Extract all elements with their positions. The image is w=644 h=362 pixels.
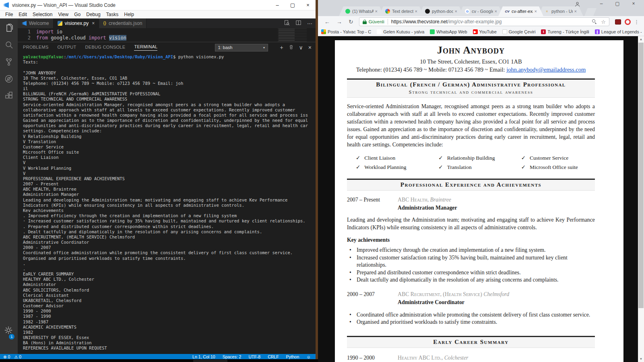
bookmark-twitch[interactable]: ∥League of Legends -: [595, 29, 642, 34]
opera-extension-icon[interactable]: [625, 19, 631, 25]
back-icon[interactable]: ←: [324, 19, 330, 25]
eol-sequence[interactable]: CRLF: [268, 354, 279, 359]
activity-bar: 1: [0, 19, 18, 354]
cv-section-early-career: Early Career Summary: [347, 336, 595, 348]
new-terminal-icon[interactable]: +: [280, 44, 283, 51]
open-preview-icon[interactable]: [284, 20, 290, 27]
panel-tab-output[interactable]: OUTPUT: [58, 45, 76, 51]
minimize-button[interactable]: –: [270, 0, 285, 10]
scroll-down-icon[interactable]: ▼: [638, 356, 644, 362]
language-mode[interactable]: Python: [286, 354, 299, 359]
terminal-line: .: [23, 261, 316, 266]
zoom-icon[interactable]: [592, 19, 597, 24]
terminal-line: BiLiNGUAL (FreNCH /GermaN) AdMINISTRATIV…: [23, 91, 316, 97]
cv-email-link[interactable]: john.anybody@emailaddress.com: [506, 66, 586, 73]
chrome-menu-icon[interactable]: ⋮: [634, 19, 639, 25]
terminal-shell-select[interactable]: 1: bash ▼: [215, 44, 268, 51]
terminal-line: BA (Hons) in Administration: [23, 340, 316, 346]
extensions-icon[interactable]: [4, 91, 14, 101]
extension-icon[interactable]: [615, 19, 621, 25]
warnings-indicator[interactable]: ⚠0: [14, 354, 21, 359]
menu-go[interactable]: Go: [71, 12, 83, 17]
bullet-icon: •: [349, 311, 357, 319]
tab-close-icon[interactable]: ×: [92, 21, 95, 26]
scroll-up-icon[interactable]: ▲: [638, 36, 644, 42]
menu-tasks[interactable]: Tasks: [103, 12, 122, 17]
youtube-icon: ▶: [473, 29, 478, 34]
tab-visionex-py[interactable]: visionex.py ×: [54, 19, 99, 28]
new-tab-button[interactable]: [584, 8, 597, 16]
tab-credentials-json[interactable]: {} credentials.json: [99, 19, 147, 28]
bookmark-posta[interactable]: Posta - Yalvac Top - C: [321, 29, 371, 34]
tab-welcome[interactable]: Welcome: [18, 19, 54, 28]
cursor-position[interactable]: Ln 1, Col 10: [192, 354, 215, 359]
panel-tab-debug-console[interactable]: DEBUG CONSOLE: [85, 45, 126, 51]
chrome-toolbar: ← → ↻ Güvenli https://www.thecvstore.net…: [318, 16, 644, 27]
bookmark-whatsapp[interactable]: WhatsApp Web: [430, 29, 467, 34]
search-icon[interactable]: [4, 40, 14, 50]
bookmark-gmail[interactable]: MGelen Kutusu - yalva: [377, 29, 424, 34]
debug-icon[interactable]: [4, 74, 14, 84]
menu-selection[interactable]: Selection: [30, 12, 55, 17]
cvstore-icon: CV: [505, 9, 510, 14]
code-line-2: from google.cloud import vision: [36, 35, 126, 41]
code-content[interactable]: import io from google.cloud import visio…: [36, 28, 126, 42]
code-editor[interactable]: 1 2 import io from google.cloud import v…: [18, 28, 316, 42]
panel-close-icon[interactable]: ×: [308, 44, 312, 51]
close-button[interactable]: ×: [625, 0, 642, 7]
tab-python-question[interactable]: ≡ python - Un ×: [538, 6, 583, 16]
menu-help[interactable]: Help: [121, 12, 137, 17]
panel-maximize-icon[interactable]: ∨: [299, 44, 303, 51]
tab-github[interactable]: python-doc ×: [419, 6, 464, 16]
scrollbar-thumb[interactable]: [638, 43, 644, 308]
tab-cv-after-example[interactable]: CV cv-after-exa ×: [498, 6, 543, 16]
address-bar[interactable]: Güvenli https://www.thecvstore.net/img/c…: [359, 17, 609, 26]
scrollbar[interactable]: ▲ ▼: [638, 36, 644, 362]
tab-close-icon[interactable]: ×: [455, 9, 457, 14]
tab-close-icon[interactable]: ×: [535, 9, 537, 14]
bookmark-tureng[interactable]: tTureng - Türkçe İngili: [541, 29, 589, 34]
menu-view[interactable]: View: [55, 12, 71, 17]
tab-google-search[interactable]: G cv - Google ×: [458, 6, 504, 16]
bookmark-star-icon[interactable]: ☆: [601, 19, 606, 25]
bookmark-translate[interactable]: AGoogle Çeviri: [502, 29, 536, 34]
more-actions-icon[interactable]: ⋯: [307, 21, 312, 27]
tab-whatsapp[interactable]: (1) WhatsAp ×: [339, 6, 384, 16]
url-text[interactable]: https://www.thecvstore.net/img/cv-after-…: [391, 19, 590, 25]
menu-edit[interactable]: Edit: [16, 12, 30, 17]
kill-terminal-icon[interactable]: [289, 44, 294, 51]
chrome-frame[interactable]: – ▢ × (1) WhatsAp × Text detecti × pytho…: [318, 0, 644, 16]
reload-icon[interactable]: ↻: [349, 19, 353, 25]
maximize-button[interactable]: ▢: [285, 0, 300, 10]
menu-file[interactable]: File: [2, 12, 16, 17]
tab-close-icon[interactable]: ×: [574, 9, 577, 14]
menu-debug[interactable]: Debug: [83, 12, 103, 17]
secure-label[interactable]: Güvenli: [369, 19, 384, 24]
terminal-line: V Relationship Building: [23, 134, 316, 139]
explorer-icon[interactable]: [4, 23, 14, 33]
terminal-line: . Improved efficiency through the creati…: [23, 213, 316, 218]
panel-tab-problems[interactable]: PROBLEMS: [23, 45, 49, 51]
tab-text-detection[interactable]: Text detecti ×: [379, 6, 424, 16]
errors-indicator[interactable]: ⊗0: [3, 354, 10, 359]
vscode-titlebar[interactable]: visionex.py — Vision_API — Visual Studio…: [0, 0, 316, 10]
terminal-line: settings. Competencies include:: [23, 128, 316, 134]
feedback-smiley-icon[interactable]: ☺: [306, 354, 311, 359]
tab-close-icon[interactable]: ×: [415, 9, 417, 14]
minimap[interactable]: [278, 28, 307, 42]
encoding[interactable]: UTF-8: [248, 354, 260, 359]
terminal[interactable]: yalvactop@Yalvac:/mnt/c/Users/yalva/Desk…: [18, 53, 316, 354]
tab-close-icon[interactable]: ×: [375, 9, 378, 14]
panel-tab-terminal[interactable]: TERMINAL: [134, 44, 157, 51]
bookmark-youtube[interactable]: ▶YouTube: [473, 29, 497, 34]
source-control-icon[interactable]: [4, 57, 14, 67]
terminal-line: Client Liaison: [23, 155, 316, 160]
forward-icon[interactable]: →: [336, 19, 342, 25]
maximize-button[interactable]: ▢: [609, 0, 625, 7]
indentation[interactable]: Spaces: 2: [223, 354, 242, 359]
terminal-line: PROFESSIONAL EXPERIENCE AND ACHIEVEMENTS: [23, 176, 316, 181]
close-button[interactable]: ×: [300, 0, 316, 10]
split-editor-icon[interactable]: [295, 20, 301, 27]
tab-close-icon[interactable]: ×: [495, 9, 497, 14]
secure-lock-icon[interactable]: [363, 20, 367, 24]
